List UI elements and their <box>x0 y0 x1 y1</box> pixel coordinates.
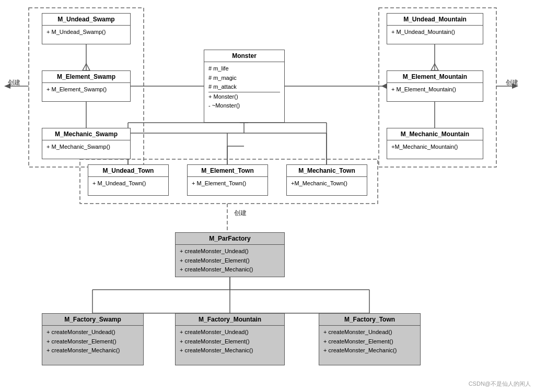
create-label-right: 创建 <box>506 78 518 87</box>
watermark: CSDN@不是仙人的闲人 <box>469 380 531 388</box>
uml-box-undead_mountain: M_Undead_Mountain+ M_Undead_Mountain() <box>387 13 483 44</box>
diagram-container: M_Undead_Swamp+ M_Undead_Swamp()M_Elemen… <box>0 0 535 392</box>
uml-header-mechanic_mountain: M_Mechanic_Mountain <box>387 128 483 140</box>
uml-box-mechanic_swamp: M_Mechanic_Swamp+ M_Mechanic_Swamp() <box>42 128 131 159</box>
uml-box-factory_swamp: M_Factory_Swamp+ createMonster_Undead()+… <box>42 313 144 365</box>
uml-header-par_factory: M_ParFactory <box>176 233 284 245</box>
uml-header-factory_mountain: M_Factory_Mountain <box>176 314 284 326</box>
uml-body-factory_swamp: + createMonster_Undead()+ createMonster_… <box>42 326 143 358</box>
uml-body-element_swamp: + M_Element_Swamp() <box>42 83 130 97</box>
uml-body-mechanic_mountain: +M_Mechanic_Mountain() <box>387 140 483 154</box>
uml-box-mechanic_mountain: M_Mechanic_Mountain+M_Mechanic_Mountain(… <box>387 128 483 159</box>
uml-body-par_factory: + createMonster_Undead()+ createMonster_… <box>176 245 284 277</box>
uml-header-element_town: M_Element_Town <box>188 165 268 177</box>
uml-body-factory_town: + createMonster_Undead()+ createMonster_… <box>319 326 420 358</box>
svg-marker-6 <box>381 84 387 89</box>
uml-body-mechanic_town: +M_Mechanic_Town() <box>287 177 367 191</box>
create-label-left: 创建 <box>8 78 20 87</box>
uml-header-element_mountain: M_Element_Mountain <box>387 71 483 83</box>
uml-box-factory_town: M_Factory_Town+ createMonster_Undead()+ … <box>319 313 421 365</box>
uml-body-monster: # m_life# m_magic# m_attack+ Monster()- … <box>204 62 284 113</box>
uml-box-mechanic_town: M_Mechanic_Town+M_Mechanic_Town() <box>286 164 367 196</box>
uml-box-undead_town: M_Undead_Town+ M_Undead_Town() <box>88 164 169 196</box>
uml-header-monster: Monster <box>204 50 284 62</box>
svg-marker-25 <box>83 64 90 70</box>
uml-header-undead_mountain: M_Undead_Mountain <box>387 14 483 26</box>
uml-header-mechanic_town: M_Mechanic_Town <box>287 165 367 177</box>
uml-box-element_swamp: M_Element_Swamp+ M_Element_Swamp() <box>42 70 131 102</box>
uml-body-element_mountain: + M_Element_Mountain() <box>387 83 483 97</box>
uml-box-undead_swamp: M_Undead_Swamp+ M_Undead_Swamp() <box>42 13 131 44</box>
uml-body-factory_mountain: + createMonster_Undead()+ createMonster_… <box>176 326 284 358</box>
svg-marker-28 <box>431 64 438 70</box>
uml-header-undead_town: M_Undead_Town <box>88 165 168 177</box>
uml-header-mechanic_swamp: M_Mechanic_Swamp <box>42 128 130 140</box>
uml-body-mechanic_swamp: + M_Mechanic_Swamp() <box>42 140 130 154</box>
uml-header-element_swamp: M_Element_Swamp <box>42 71 130 83</box>
uml-box-element_town: M_Element_Town+ M_Element_Town() <box>187 164 268 196</box>
uml-body-undead_town: + M_Undead_Town() <box>88 177 168 191</box>
uml-header-factory_town: M_Factory_Town <box>319 314 420 326</box>
uml-body-undead_swamp: + M_Undead_Swamp() <box>42 26 130 39</box>
uml-box-par_factory: M_ParFactory+ createMonster_Undead()+ cr… <box>175 232 285 277</box>
uml-body-element_town: + M_Element_Town() <box>188 177 268 191</box>
uml-header-factory_swamp: M_Factory_Swamp <box>42 314 143 326</box>
uml-body-undead_mountain: + M_Undead_Mountain() <box>387 26 483 39</box>
uml-box-factory_mountain: M_Factory_Mountain+ createMonster_Undead… <box>175 313 285 365</box>
uml-box-element_mountain: M_Element_Mountain+ M_Element_Mountain() <box>387 70 483 102</box>
uml-box-monster: Monster# m_life# m_magic# m_attack+ Mons… <box>204 50 285 123</box>
uml-header-undead_swamp: M_Undead_Swamp <box>42 14 130 26</box>
create-label-factory: 创建 <box>234 209 247 218</box>
